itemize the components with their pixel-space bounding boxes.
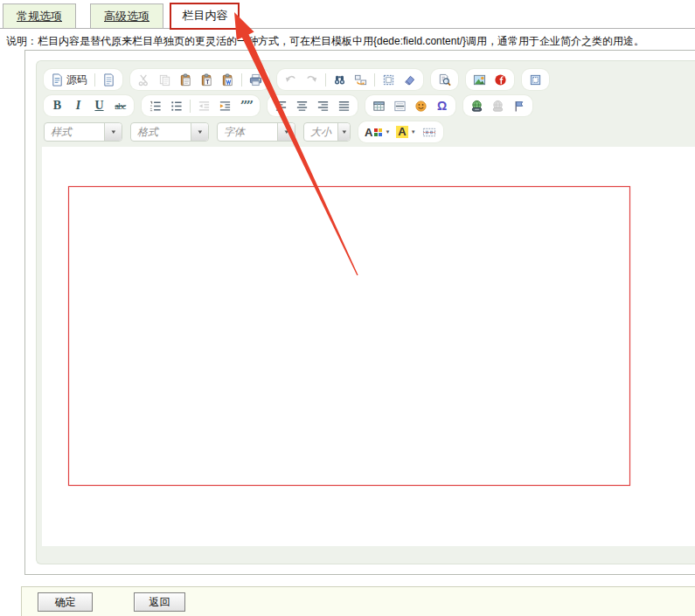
- cut-icon: [137, 73, 150, 87]
- format-dropdown-label: 格式: [131, 125, 191, 140]
- unlink-button[interactable]: [488, 97, 508, 114]
- paste-button[interactable]: [176, 71, 196, 88]
- font-dropdown[interactable]: 字体 ▼: [217, 122, 295, 142]
- page-break-button[interactable]: [420, 123, 440, 141]
- size-dropdown[interactable]: 大小 ▼: [303, 122, 351, 142]
- toolbar-separator: [325, 73, 326, 87]
- print-button[interactable]: [246, 71, 266, 88]
- blockquote-icon: ””: [240, 102, 252, 110]
- paste-text-icon: [200, 73, 213, 87]
- strikethrough-icon: abc: [115, 101, 125, 111]
- ordered-list-button[interactable]: [145, 97, 165, 114]
- special-char-button[interactable]: Ω: [432, 97, 452, 114]
- flash-button[interactable]: [490, 71, 511, 88]
- spellcheck-icon: [438, 73, 451, 87]
- copy-button[interactable]: [155, 71, 175, 88]
- toolbar-group: Ω: [365, 95, 455, 116]
- toolbar-separator: [190, 100, 191, 113]
- anchor-button[interactable]: [509, 97, 529, 114]
- chevron-down-icon[interactable]: ▼: [337, 123, 350, 141]
- chevron-down-icon[interactable]: ▼: [104, 123, 122, 141]
- special-char-icon: Ω: [437, 100, 447, 112]
- image-button[interactable]: [469, 71, 490, 88]
- bg-color-button[interactable]: A ▼: [393, 123, 418, 141]
- italic-icon: I: [76, 100, 80, 112]
- toolbar-group: [130, 69, 269, 90]
- find-button[interactable]: [330, 71, 350, 88]
- table-icon: [372, 100, 386, 113]
- redo-button[interactable]: [302, 71, 322, 88]
- anchor-flag-icon: [512, 100, 525, 113]
- editor-content-area[interactable]: [42, 147, 695, 546]
- replace-button[interactable]: [351, 71, 371, 88]
- image-icon: [473, 73, 486, 87]
- undo-button[interactable]: [281, 71, 301, 88]
- table-button[interactable]: [369, 97, 389, 114]
- horizontal-rule-icon: [393, 100, 407, 113]
- paste-text-button[interactable]: [197, 71, 217, 88]
- chevron-down-icon[interactable]: ▼: [277, 123, 295, 141]
- confirm-button[interactable]: 确定: [38, 592, 93, 612]
- toolbar-group: B I U abc: [44, 95, 134, 116]
- text-color-button[interactable]: A ▼: [362, 123, 393, 141]
- link-button[interactable]: [467, 97, 487, 114]
- align-left-button[interactable]: [271, 97, 291, 114]
- remove-format-button[interactable]: [400, 71, 420, 88]
- align-center-button[interactable]: [292, 97, 312, 114]
- maximize-button[interactable]: [525, 71, 546, 88]
- tab-panel: 源码: [24, 50, 695, 575]
- unordered-list-button[interactable]: [166, 97, 186, 114]
- cut-button[interactable]: [134, 71, 154, 88]
- toolbar-separator: [374, 73, 375, 87]
- toolbar-group: [431, 69, 458, 90]
- remove-format-icon: [403, 73, 416, 87]
- tabbar-divider: [0, 28, 695, 29]
- select-all-button[interactable]: [379, 71, 399, 88]
- editor-toolbar: 源码: [37, 61, 695, 147]
- justify-button[interactable]: [334, 97, 354, 114]
- color-dots-icon: [374, 128, 382, 136]
- replace-icon: [354, 73, 367, 87]
- underline-button[interactable]: U: [89, 97, 109, 114]
- chevron-down-icon: ▼: [385, 129, 390, 135]
- strikethrough-button[interactable]: abc: [110, 97, 130, 114]
- size-dropdown-label: 大小: [304, 125, 337, 140]
- indent-button[interactable]: [215, 97, 235, 114]
- print-icon: [249, 73, 262, 87]
- bold-button[interactable]: B: [47, 97, 67, 114]
- smiley-icon: [414, 100, 427, 113]
- paste-word-icon: [221, 73, 234, 87]
- tab-advanced-options[interactable]: 高级选项: [90, 3, 163, 28]
- style-dropdown[interactable]: 样式 ▼: [44, 122, 122, 142]
- tab-label: 高级选项: [104, 9, 149, 24]
- source-button[interactable]: 源码: [47, 71, 91, 88]
- toolbar-group: A ▼ A ▼: [358, 121, 443, 142]
- chevron-down-icon[interactable]: ▼: [191, 123, 208, 141]
- toolbar-row-1: 源码: [44, 69, 689, 90]
- align-right-icon: [316, 100, 330, 113]
- redo-icon: [305, 73, 318, 87]
- toolbar-row-2: B I U abc: [44, 95, 689, 116]
- spellcheck-button[interactable]: [434, 71, 455, 88]
- preview-button[interactable]: [99, 71, 119, 88]
- outdent-button[interactable]: [194, 97, 214, 114]
- italic-button[interactable]: I: [68, 97, 88, 114]
- editor-bottom-bar: [37, 546, 695, 564]
- tab-column-content[interactable]: 栏目内容: [171, 3, 239, 28]
- paste-word-button[interactable]: [218, 71, 238, 88]
- source-icon: [51, 73, 64, 87]
- align-right-button[interactable]: [313, 97, 333, 114]
- tab-general-options[interactable]: 常规选项: [3, 3, 76, 28]
- bg-color-icon: A: [396, 126, 407, 138]
- format-dropdown[interactable]: 格式 ▼: [130, 122, 209, 142]
- back-button[interactable]: 返回: [134, 592, 185, 612]
- toolbar-group: ””: [142, 95, 260, 116]
- paste-icon: [179, 73, 192, 87]
- toolbar-separator: [241, 73, 242, 87]
- blockquote-button[interactable]: ””: [236, 97, 256, 114]
- horizontal-rule-button[interactable]: [390, 97, 410, 114]
- description-text: 说明：栏目内容是替代原来栏目单独页的更灵活的一种方式，可在栏目模板中用{dede…: [6, 34, 693, 49]
- smiley-button[interactable]: [411, 97, 431, 114]
- link-icon: [470, 100, 483, 113]
- toolbar-row-3: 样式 ▼ 格式 ▼ 字体 ▼ 大小 ▼ A: [44, 121, 689, 142]
